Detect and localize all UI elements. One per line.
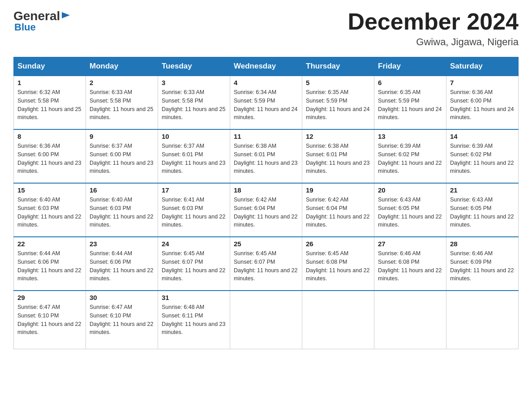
day-info: Sunrise: 6:45 AM Sunset: 6:08 PM Dayligh…: [306, 249, 370, 283]
day-info: Sunrise: 6:47 AM Sunset: 6:10 PM Dayligh…: [17, 303, 82, 337]
day-info: Sunrise: 6:44 AM Sunset: 6:06 PM Dayligh…: [90, 249, 154, 283]
day-info: Sunrise: 6:38 AM Sunset: 6:01 PM Dayligh…: [306, 142, 370, 176]
calendar-day-cell: 23 Sunrise: 6:44 AM Sunset: 6:06 PM Dayl…: [86, 237, 158, 291]
calendar-week-row: 15 Sunrise: 6:40 AM Sunset: 6:03 PM Dayl…: [14, 183, 519, 237]
calendar-day-cell: 29 Sunrise: 6:47 AM Sunset: 6:10 PM Dayl…: [14, 291, 86, 349]
day-info: Sunrise: 6:37 AM Sunset: 6:01 PM Dayligh…: [162, 142, 226, 176]
logo-triangle-icon: [61, 10, 71, 20]
weekday-header-monday: Monday: [86, 57, 158, 76]
day-number: 18: [234, 186, 298, 194]
calendar-day-cell: 20 Sunrise: 6:43 AM Sunset: 6:05 PM Dayl…: [374, 183, 446, 237]
day-number: 22: [17, 240, 82, 248]
month-title: December 2024: [348, 9, 519, 34]
logo: General Blue: [13, 9, 71, 33]
weekday-header-friday: Friday: [374, 57, 446, 76]
calendar-day-cell: 30 Sunrise: 6:47 AM Sunset: 6:10 PM Dayl…: [86, 291, 158, 349]
day-number: 26: [306, 240, 370, 248]
day-info: Sunrise: 6:39 AM Sunset: 6:02 PM Dayligh…: [378, 142, 442, 176]
day-number: 30: [90, 294, 154, 301]
weekday-header-sunday: Sunday: [14, 57, 86, 76]
calendar-week-row: 22 Sunrise: 6:44 AM Sunset: 6:06 PM Dayl…: [14, 237, 519, 291]
calendar-day-cell: [230, 291, 302, 349]
day-number: 19: [306, 186, 370, 194]
day-number: 9: [90, 133, 154, 140]
calendar-day-cell: [374, 291, 446, 349]
calendar-day-cell: [446, 291, 519, 349]
day-number: 29: [17, 294, 82, 301]
title-block: December 2024 Gwiwa, Jigawa, Nigeria: [348, 9, 519, 48]
calendar-week-row: 29 Sunrise: 6:47 AM Sunset: 6:10 PM Dayl…: [14, 291, 519, 349]
calendar-day-cell: 9 Sunrise: 6:37 AM Sunset: 6:00 PM Dayli…: [86, 129, 158, 183]
day-info: Sunrise: 6:42 AM Sunset: 6:04 PM Dayligh…: [306, 196, 370, 229]
day-info: Sunrise: 6:36 AM Sunset: 6:00 PM Dayligh…: [450, 88, 515, 122]
calendar-day-cell: 26 Sunrise: 6:45 AM Sunset: 6:08 PM Dayl…: [302, 237, 374, 291]
calendar-day-cell: 6 Sunrise: 6:35 AM Sunset: 5:59 PM Dayli…: [374, 76, 446, 129]
weekday-header-wednesday: Wednesday: [230, 57, 302, 76]
calendar-day-cell: 28 Sunrise: 6:46 AM Sunset: 6:09 PM Dayl…: [446, 237, 519, 291]
day-number: 11: [234, 133, 298, 140]
calendar-day-cell: 14 Sunrise: 6:39 AM Sunset: 6:02 PM Dayl…: [446, 129, 519, 183]
day-info: Sunrise: 6:43 AM Sunset: 6:05 PM Dayligh…: [378, 196, 442, 229]
calendar-week-row: 1 Sunrise: 6:32 AM Sunset: 5:58 PM Dayli…: [14, 76, 519, 129]
calendar-day-cell: 13 Sunrise: 6:39 AM Sunset: 6:02 PM Dayl…: [374, 129, 446, 183]
calendar-day-cell: 24 Sunrise: 6:45 AM Sunset: 6:07 PM Dayl…: [158, 237, 230, 291]
day-number: 23: [90, 240, 154, 248]
day-number: 14: [450, 133, 515, 140]
calendar-day-cell: 18 Sunrise: 6:42 AM Sunset: 6:04 PM Dayl…: [230, 183, 302, 237]
day-info: Sunrise: 6:35 AM Sunset: 5:59 PM Dayligh…: [378, 88, 442, 122]
svg-marker-0: [62, 12, 70, 18]
calendar-day-cell: 5 Sunrise: 6:35 AM Sunset: 5:59 PM Dayli…: [302, 76, 374, 129]
day-number: 20: [378, 186, 442, 194]
day-info: Sunrise: 6:45 AM Sunset: 6:07 PM Dayligh…: [234, 249, 298, 283]
calendar-day-cell: 3 Sunrise: 6:33 AM Sunset: 5:58 PM Dayli…: [158, 76, 230, 129]
day-number: 21: [450, 186, 515, 194]
calendar-day-cell: [302, 291, 374, 349]
day-number: 13: [378, 133, 442, 140]
day-info: Sunrise: 6:36 AM Sunset: 6:00 PM Dayligh…: [17, 142, 82, 176]
day-number: 8: [17, 133, 82, 140]
calendar-day-cell: 16 Sunrise: 6:40 AM Sunset: 6:03 PM Dayl…: [86, 183, 158, 237]
weekday-header-saturday: Saturday: [446, 57, 519, 76]
day-number: 4: [234, 79, 298, 86]
day-info: Sunrise: 6:48 AM Sunset: 6:11 PM Dayligh…: [162, 303, 226, 337]
calendar-day-cell: 4 Sunrise: 6:34 AM Sunset: 5:59 PM Dayli…: [230, 76, 302, 129]
day-info: Sunrise: 6:43 AM Sunset: 6:05 PM Dayligh…: [450, 196, 515, 229]
day-info: Sunrise: 6:33 AM Sunset: 5:58 PM Dayligh…: [90, 88, 154, 122]
calendar-day-cell: 17 Sunrise: 6:41 AM Sunset: 6:03 PM Dayl…: [158, 183, 230, 237]
weekday-header-tuesday: Tuesday: [158, 57, 230, 76]
weekday-header-thursday: Thursday: [302, 57, 374, 76]
day-number: 25: [234, 240, 298, 248]
calendar-day-cell: 8 Sunrise: 6:36 AM Sunset: 6:00 PM Dayli…: [14, 129, 86, 183]
day-number: 24: [162, 240, 226, 248]
calendar-day-cell: 10 Sunrise: 6:37 AM Sunset: 6:01 PM Dayl…: [158, 129, 230, 183]
day-info: Sunrise: 6:46 AM Sunset: 6:09 PM Dayligh…: [450, 249, 515, 283]
calendar-day-cell: 7 Sunrise: 6:36 AM Sunset: 6:00 PM Dayli…: [446, 76, 519, 129]
day-info: Sunrise: 6:44 AM Sunset: 6:06 PM Dayligh…: [17, 249, 82, 283]
day-info: Sunrise: 6:32 AM Sunset: 5:58 PM Dayligh…: [17, 88, 82, 122]
day-info: Sunrise: 6:34 AM Sunset: 5:59 PM Dayligh…: [234, 88, 298, 122]
calendar-day-cell: 11 Sunrise: 6:38 AM Sunset: 6:01 PM Dayl…: [230, 129, 302, 183]
calendar-day-cell: 1 Sunrise: 6:32 AM Sunset: 5:58 PM Dayli…: [14, 76, 86, 129]
day-number: 17: [162, 186, 226, 194]
day-info: Sunrise: 6:35 AM Sunset: 5:59 PM Dayligh…: [306, 88, 370, 122]
calendar-day-cell: 21 Sunrise: 6:43 AM Sunset: 6:05 PM Dayl…: [446, 183, 519, 237]
calendar-day-cell: 22 Sunrise: 6:44 AM Sunset: 6:06 PM Dayl…: [14, 237, 86, 291]
calendar-day-cell: 12 Sunrise: 6:38 AM Sunset: 6:01 PM Dayl…: [302, 129, 374, 183]
logo-blue-text: Blue: [14, 21, 36, 33]
calendar-day-cell: 27 Sunrise: 6:46 AM Sunset: 6:08 PM Dayl…: [374, 237, 446, 291]
day-number: 2: [90, 79, 154, 86]
day-number: 28: [450, 240, 515, 248]
day-info: Sunrise: 6:46 AM Sunset: 6:08 PM Dayligh…: [378, 249, 442, 283]
day-number: 1: [17, 79, 82, 86]
day-info: Sunrise: 6:39 AM Sunset: 6:02 PM Dayligh…: [450, 142, 515, 176]
calendar-day-cell: 2 Sunrise: 6:33 AM Sunset: 5:58 PM Dayli…: [86, 76, 158, 129]
calendar-day-cell: 31 Sunrise: 6:48 AM Sunset: 6:11 PM Dayl…: [158, 291, 230, 349]
day-number: 12: [306, 133, 370, 140]
day-number: 31: [162, 294, 226, 301]
day-number: 10: [162, 133, 226, 140]
day-info: Sunrise: 6:47 AM Sunset: 6:10 PM Dayligh…: [90, 303, 154, 337]
weekday-header-row: SundayMondayTuesdayWednesdayThursdayFrid…: [14, 57, 519, 76]
calendar-table: SundayMondayTuesdayWednesdayThursdayFrid…: [13, 57, 519, 349]
day-info: Sunrise: 6:45 AM Sunset: 6:07 PM Dayligh…: [162, 249, 226, 283]
calendar-week-row: 8 Sunrise: 6:36 AM Sunset: 6:00 PM Dayli…: [14, 129, 519, 183]
